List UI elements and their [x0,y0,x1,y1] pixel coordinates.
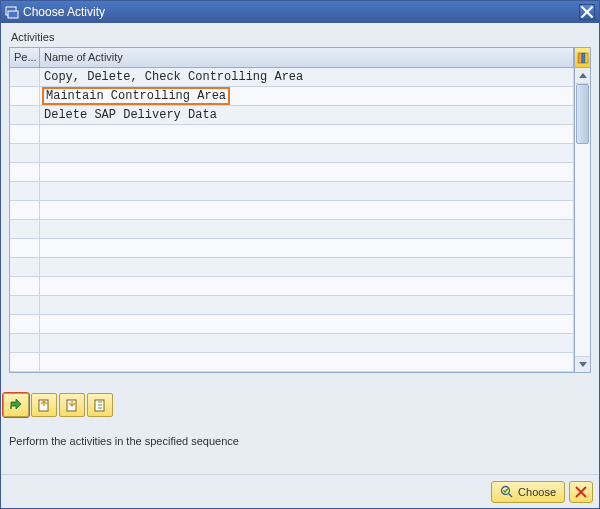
table-row[interactable] [10,334,574,353]
cell-name [40,239,574,257]
cell-name [40,315,574,333]
window-menu-icon[interactable] [5,5,19,19]
instruction-text: Perform the activities in the specified … [9,435,591,447]
cell-pe [10,277,40,295]
cell-name: Copy, Delete, Check Controlling Area [40,68,574,86]
choose-button[interactable]: Choose [491,481,565,503]
cell-pe [10,144,40,162]
cell-pe [10,296,40,314]
table-row[interactable] [10,125,574,144]
cell-pe [10,163,40,181]
cell-name [40,334,574,352]
table-settings-button[interactable] [575,48,590,68]
cancel-button[interactable] [569,481,593,503]
scroll-up-button[interactable] [575,68,590,83]
vertical-scrollbar [575,47,591,373]
section-header: Activities [9,29,591,47]
toolbar-button-4[interactable] [87,393,113,417]
column-header-pe[interactable]: Pe... [10,48,40,67]
table-row[interactable]: Copy, Delete, Check Controlling Area [10,68,574,87]
toolbar-button-3[interactable] [59,393,85,417]
cell-pe [10,201,40,219]
scroll-thumb[interactable] [576,84,589,144]
cell-pe [10,220,40,238]
column-header-name[interactable]: Name of Activity [40,48,574,67]
table-row[interactable] [10,239,574,258]
table-row[interactable] [10,277,574,296]
cell-pe [10,353,40,371]
toolbar [3,393,591,417]
magnifier-check-icon [500,485,514,499]
cell-name [40,296,574,314]
svg-rect-6 [585,53,588,63]
cell-pe [10,87,40,105]
cell-name [40,201,574,219]
table-row[interactable]: Maintain Controlling Area [10,87,574,106]
cell-pe [10,68,40,86]
cell-name [40,220,574,238]
cell-name: Delete SAP Delivery Data [40,106,574,124]
footer: Choose [1,474,599,508]
cell-pe [10,106,40,124]
toolbar-button-2[interactable] [31,393,57,417]
svg-line-11 [509,493,513,497]
activities-table: Pe... Name of Activity Copy, Delete, Che… [9,47,575,373]
table-row[interactable] [10,144,574,163]
table-header-row: Pe... Name of Activity [10,48,574,68]
table-row[interactable] [10,258,574,277]
cell-pe [10,334,40,352]
content-area: Activities Pe... Name of Activity Copy, … [1,23,599,474]
table-row[interactable] [10,220,574,239]
cell-name [40,258,574,276]
window-title: Choose Activity [23,5,105,19]
table-body: Copy, Delete, Check Controlling AreaMain… [10,68,574,372]
cell-name: Maintain Controlling Area [40,87,574,105]
table-row[interactable] [10,296,574,315]
scroll-down-button[interactable] [575,357,590,372]
cell-name [40,125,574,143]
cell-name [40,277,574,295]
cell-name [40,182,574,200]
cell-name [40,353,574,371]
table-row[interactable] [10,182,574,201]
table-row[interactable]: Delete SAP Delivery Data [10,106,574,125]
svg-rect-1 [8,11,18,18]
toolbar-button-1[interactable] [3,393,29,417]
cell-pe [10,258,40,276]
table-row[interactable] [10,163,574,182]
cell-pe [10,125,40,143]
cell-pe [10,315,40,333]
activities-table-wrap: Pe... Name of Activity Copy, Delete, Che… [9,47,591,373]
cell-pe [10,239,40,257]
cell-pe [10,182,40,200]
svg-rect-4 [578,53,582,63]
titlebar: Choose Activity [1,1,599,23]
table-row[interactable] [10,353,574,372]
table-row[interactable] [10,201,574,220]
close-button[interactable] [579,4,595,20]
table-row[interactable] [10,315,574,334]
dialog-window: Choose Activity Activities Pe... Name of… [0,0,600,509]
cell-name [40,144,574,162]
scroll-track[interactable] [575,83,590,357]
cell-name [40,163,574,181]
svg-rect-5 [582,53,585,63]
choose-button-label: Choose [518,486,556,498]
cancel-icon [574,485,588,499]
